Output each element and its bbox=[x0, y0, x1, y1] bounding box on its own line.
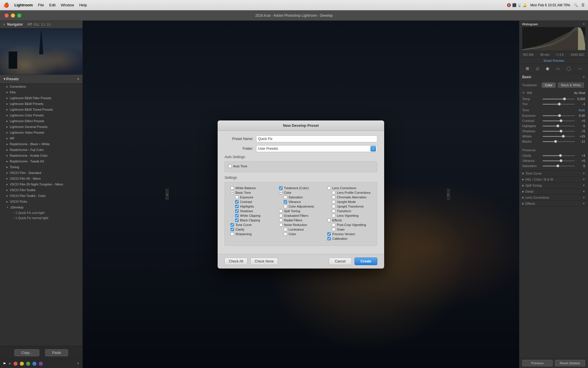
preset-vsco-picks[interactable]: ▶ VSCO Picks bbox=[0, 199, 82, 204]
preset-replichrome-fuji[interactable]: ▶ Replichrome - Fuji Color bbox=[0, 147, 82, 153]
zoom-fit-button[interactable]: FIT bbox=[28, 23, 32, 26]
preset-lreffect[interactable]: ▶ Lightroom Effect Presets bbox=[0, 118, 82, 124]
color-checkbox[interactable] bbox=[279, 191, 283, 194]
preset-subitem-quickfix-cool[interactable]: ▪ 1 Quick Fix cool light bbox=[0, 210, 82, 215]
vibrance-checkbox[interactable] bbox=[284, 200, 287, 204]
flag-icon[interactable]: ⚑ bbox=[3, 362, 6, 366]
preset-vsco-toolkit-color[interactable]: ▶ VSCO Film Toolkit - Color bbox=[0, 193, 82, 199]
hsl-section[interactable]: ▶ HSL / Color / B & W ▼ bbox=[519, 177, 588, 183]
flag-x-icon[interactable]: ✕ bbox=[8, 362, 11, 366]
list-icon[interactable]: ☰ bbox=[581, 3, 585, 7]
white-clipping-checkbox[interactable] bbox=[235, 214, 239, 217]
effects-checkbox[interactable] bbox=[327, 218, 331, 222]
nr-luminance-checkbox[interactable] bbox=[284, 228, 287, 231]
spot-removal-tool-icon[interactable]: ◎ bbox=[535, 66, 540, 71]
clarity-slider-track[interactable] bbox=[543, 155, 575, 156]
highlights-slider-track[interactable] bbox=[543, 126, 575, 126]
effects-section[interactable]: ▶ Effects ▼ bbox=[519, 201, 588, 207]
menu-help[interactable]: Help bbox=[79, 3, 87, 7]
radial-filter-tool-icon[interactable]: ◯ bbox=[566, 66, 572, 71]
post-crop-vignetting-checkbox[interactable] bbox=[332, 223, 335, 227]
filmstrip-down-arrow[interactable]: ▼ bbox=[77, 362, 80, 365]
cancel-button[interactable]: Cancel bbox=[329, 258, 351, 265]
temp-slider-track[interactable] bbox=[543, 99, 575, 99]
color-dot-blue[interactable] bbox=[32, 362, 36, 366]
apple-logo-icon[interactable]: 🍎 bbox=[3, 2, 9, 8]
preset-lrbwfilter[interactable]: ▶ Lightroom B&W Filter Presets bbox=[0, 95, 82, 101]
noise-reduction-checkbox[interactable] bbox=[279, 223, 283, 227]
shadows-slider-track[interactable] bbox=[543, 131, 575, 132]
navigator-header[interactable]: ▼ Navigator FIT FILL 1:1 3:1 bbox=[0, 21, 82, 28]
exposure-slider-track[interactable] bbox=[543, 115, 575, 116]
red-eye-tool-icon[interactable]: ◉ bbox=[545, 66, 550, 71]
create-button[interactable]: Create bbox=[355, 258, 377, 265]
paste-button[interactable]: Paste bbox=[45, 349, 68, 356]
preset-vsco-toolkit[interactable]: ▶ VSCO Film Toolkit bbox=[0, 187, 82, 193]
preset-lrbw[interactable]: ▶ Lightroom B&W Presets bbox=[0, 101, 82, 107]
preset-lrvideo[interactable]: ▶ Lightroom Video Presets bbox=[0, 130, 82, 135]
lens-corrections-checkbox[interactable] bbox=[327, 186, 331, 190]
clarity-checkbox[interactable] bbox=[231, 228, 234, 231]
nr-color-checkbox[interactable] bbox=[284, 232, 287, 236]
upright-transforms-checkbox[interactable] bbox=[332, 205, 335, 208]
zoom-3to1-button[interactable]: 3:1 bbox=[47, 23, 51, 26]
white-balance-checkbox[interactable] bbox=[231, 186, 234, 190]
split-toning-checkbox[interactable] bbox=[279, 209, 283, 213]
preset-lrgeneral[interactable]: ▶ Lightroom General Presets bbox=[0, 124, 82, 130]
histogram-expand-icon[interactable]: ▼ bbox=[583, 23, 585, 26]
radial-filters-checkbox[interactable] bbox=[279, 218, 283, 222]
previous-button[interactable]: Previous bbox=[522, 360, 553, 366]
preset-nr[interactable]: ▶ NR bbox=[0, 135, 82, 141]
reset-button[interactable]: Reset (Adobe) bbox=[555, 360, 585, 366]
preset-zdevelop[interactable]: ▼ zDevelop bbox=[0, 204, 82, 210]
process-version-checkbox[interactable] bbox=[327, 232, 331, 236]
black-clipping-checkbox[interactable] bbox=[235, 218, 239, 222]
color-adjustments-checkbox[interactable] bbox=[284, 205, 287, 208]
preset-vsco-05-nikon[interactable]: ▶ VSCO Film 05 - Nikon bbox=[0, 176, 82, 181]
detail-section[interactable]: ▶ Detail ▼ bbox=[519, 189, 588, 195]
highlights-checkbox[interactable] bbox=[235, 205, 239, 208]
basic-tone-checkbox[interactable] bbox=[231, 191, 234, 194]
contrast-checkbox[interactable] bbox=[235, 200, 239, 204]
add-preset-button[interactable]: + bbox=[77, 76, 80, 82]
blacks-slider-track[interactable] bbox=[543, 141, 575, 142]
menu-edit[interactable]: Edit bbox=[49, 3, 55, 7]
split-toning-section[interactable]: ▶ Split Toning ▼ bbox=[519, 183, 588, 189]
folder-select[interactable]: User Presets bbox=[256, 145, 377, 152]
close-button[interactable] bbox=[5, 14, 9, 18]
eyedropper-icon[interactable]: ✏ bbox=[522, 91, 525, 95]
adjustment-brush-tool-icon[interactable]: — bbox=[577, 66, 582, 71]
preset-lrcolor[interactable]: ▶ Lightroom Color Presets bbox=[0, 112, 82, 118]
treatment-color-checkbox[interactable] bbox=[279, 186, 283, 190]
check-all-button[interactable]: Check All bbox=[225, 258, 247, 265]
preset-corrections[interactable]: ▶ Corrections bbox=[0, 84, 82, 89]
auto-tone-checkbox[interactable] bbox=[228, 164, 232, 168]
sharpening-checkbox[interactable] bbox=[231, 232, 234, 236]
graduated-filter-tool-icon[interactable]: ▭ bbox=[556, 66, 560, 71]
minimize-button[interactable] bbox=[11, 14, 15, 18]
color-dot-red[interactable] bbox=[13, 362, 18, 366]
preset-replichrome-kodak[interactable]: ▶ Replichrome - Kodak Color bbox=[0, 153, 82, 158]
tone-curve-checkbox[interactable] bbox=[231, 223, 234, 227]
vibrance-slider-track[interactable] bbox=[543, 160, 575, 161]
exposure-checkbox[interactable] bbox=[235, 195, 239, 199]
zoom-fill-button[interactable]: FILL bbox=[34, 23, 39, 26]
upright-mode-checkbox[interactable] bbox=[332, 200, 335, 204]
window-controls[interactable] bbox=[5, 14, 21, 18]
tint-slider-track[interactable] bbox=[543, 104, 575, 105]
lens-corrections-section[interactable]: ▶ Lens Corrections ▼ bbox=[519, 195, 588, 201]
presets-header[interactable]: ▼ Presets + bbox=[0, 75, 82, 84]
treatment-color-button[interactable]: Color bbox=[542, 83, 556, 88]
saturation-checkbox[interactable] bbox=[284, 195, 287, 199]
chromatic-aberration-checkbox[interactable] bbox=[332, 195, 335, 199]
basic-expand-icon[interactable]: ▼ bbox=[583, 76, 585, 78]
menu-file[interactable]: File bbox=[38, 3, 44, 7]
contrast-slider-track[interactable] bbox=[543, 120, 575, 121]
tone-auto-button[interactable]: Auto bbox=[579, 108, 585, 112]
preset-vsco-night[interactable]: ▶ VSCO Film 05 Night-Tungsten - Nikon bbox=[0, 181, 82, 187]
color-dot-yellow[interactable] bbox=[20, 362, 24, 366]
preset-toning[interactable]: ▶ Toning bbox=[0, 164, 82, 170]
preset-replichrome-tweak[interactable]: ▶ Replichrome - Tweak Kit bbox=[0, 158, 82, 164]
grain-checkbox[interactable] bbox=[332, 228, 335, 231]
copy-button[interactable]: Copy... bbox=[14, 349, 39, 356]
